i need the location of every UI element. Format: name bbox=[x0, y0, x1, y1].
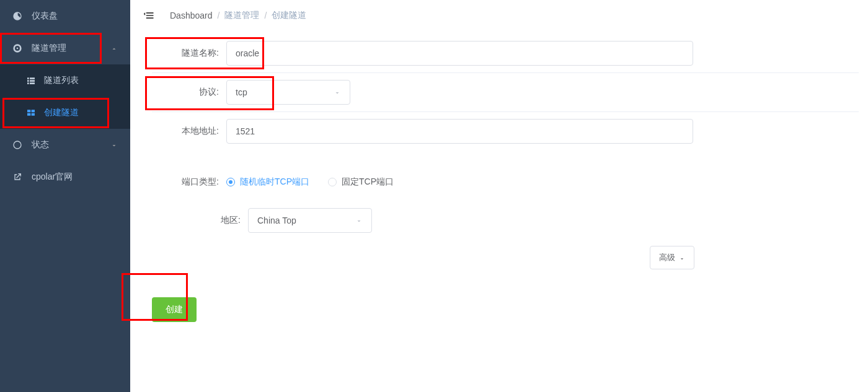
sidebar-item-label: cpolar官网 bbox=[32, 172, 118, 183]
row-protocol: 协议: tcp bbox=[152, 72, 859, 111]
tunnel-name-input[interactable] bbox=[226, 41, 693, 66]
chevron-down-icon bbox=[110, 141, 118, 149]
radio-circle-icon bbox=[328, 178, 337, 186]
content: 隧道名称: 协议: tcp bbox=[130, 31, 868, 392]
radio-circle-icon bbox=[226, 178, 235, 186]
main: Dashboard / 隧道管理 / 创建隧道 隧道名称: 协议: bbox=[130, 0, 868, 392]
protocol-value: tcp bbox=[236, 87, 247, 97]
menu-toggle-icon[interactable] bbox=[143, 9, 155, 22]
sidebar-item-label: 状态 bbox=[32, 139, 110, 150]
create-button[interactable]: 创建 bbox=[152, 297, 197, 322]
sidebar-item-create-tunnel[interactable]: 创建隧道 bbox=[0, 97, 130, 129]
local-address-input[interactable] bbox=[226, 119, 693, 144]
chevron-down-icon bbox=[355, 217, 363, 224]
topbar: Dashboard / 隧道管理 / 创建隧道 bbox=[130, 0, 868, 31]
caret-down-icon bbox=[679, 255, 685, 261]
row-region: 地区: China Top bbox=[152, 201, 859, 240]
sidebar-item-tunnel-manage[interactable]: 隧道管理 bbox=[0, 32, 130, 64]
create-tunnel-form: 隧道名称: 协议: tcp bbox=[152, 34, 859, 322]
sidebar-item-label: 创建隧道 bbox=[44, 107, 118, 118]
list-icon bbox=[26, 76, 36, 85]
breadcrumb-create-tunnel: 创建隧道 bbox=[272, 10, 306, 21]
sidebar-item-label: 隧道列表 bbox=[44, 75, 118, 86]
sidebar-item-label: 仪表盘 bbox=[32, 11, 118, 22]
advanced-button-label: 高级 bbox=[659, 252, 675, 263]
dashboard-icon bbox=[12, 11, 22, 21]
sidebar-item-tunnel-list[interactable]: 隧道列表 bbox=[0, 64, 130, 97]
local-address-label: 本地地址: bbox=[152, 126, 226, 137]
breadcrumb-separator: / bbox=[264, 11, 267, 20]
sidebar: 仪表盘 隧道管理 隧道列表 创建隧道 bbox=[0, 0, 130, 392]
status-icon bbox=[12, 140, 22, 150]
port-type-fixed-radio[interactable]: 固定TCP端口 bbox=[328, 176, 394, 188]
sidebar-item-status[interactable]: 状态 bbox=[0, 129, 130, 161]
grid-icon bbox=[26, 108, 36, 118]
port-type-random-radio[interactable]: 随机临时TCP端口 bbox=[226, 176, 309, 188]
target-icon bbox=[12, 43, 22, 53]
create-button-label: 创建 bbox=[166, 304, 183, 314]
advanced-button[interactable]: 高级 bbox=[650, 246, 694, 269]
chevron-up-icon bbox=[110, 45, 118, 52]
row-port-type: 端口类型: 随机临时TCP端口 固定TCP端口 bbox=[152, 163, 859, 201]
external-link-icon bbox=[12, 172, 22, 182]
port-type-label: 端口类型: bbox=[152, 176, 226, 188]
breadcrumb-dashboard[interactable]: Dashboard bbox=[170, 11, 213, 20]
region-label: 地区: bbox=[152, 215, 248, 226]
breadcrumb-tunnel-manage[interactable]: 隧道管理 bbox=[224, 10, 259, 21]
tunnel-name-label: 隧道名称: bbox=[152, 48, 226, 59]
row-local-address: 本地地址: bbox=[152, 111, 859, 150]
breadcrumb-separator: / bbox=[218, 11, 220, 20]
radio-label: 随机临时TCP端口 bbox=[240, 176, 309, 188]
sidebar-item-dashboard[interactable]: 仪表盘 bbox=[0, 0, 130, 32]
row-advanced: 高级 bbox=[152, 240, 694, 276]
chevron-down-icon bbox=[334, 89, 341, 96]
actions: 创建 bbox=[152, 276, 859, 322]
region-select[interactable]: China Top bbox=[248, 208, 372, 233]
sidebar-item-label: 隧道管理 bbox=[32, 43, 110, 54]
region-value: China Top bbox=[257, 216, 296, 225]
radio-label: 固定TCP端口 bbox=[342, 176, 394, 188]
protocol-select[interactable]: tcp bbox=[226, 80, 350, 105]
breadcrumb: Dashboard / 隧道管理 / 创建隧道 bbox=[170, 10, 306, 21]
protocol-label: 协议: bbox=[152, 87, 226, 98]
row-tunnel-name: 隧道名称: bbox=[152, 34, 859, 72]
sidebar-item-cpolar-site[interactable]: cpolar官网 bbox=[0, 161, 130, 193]
